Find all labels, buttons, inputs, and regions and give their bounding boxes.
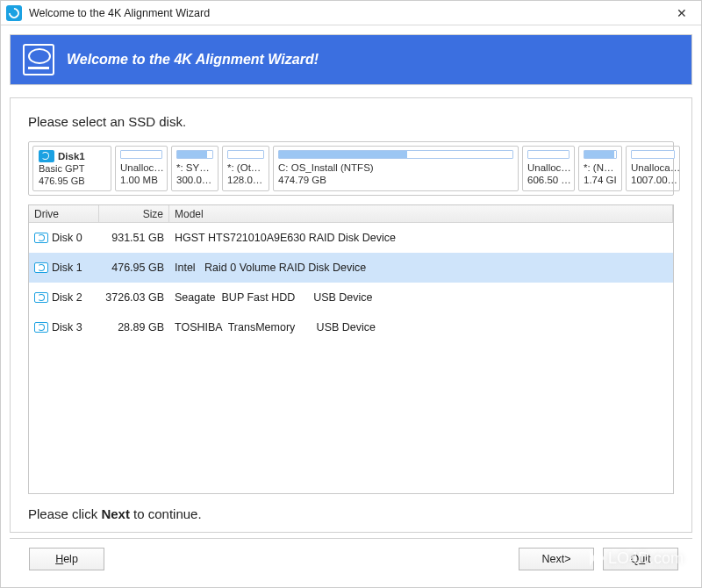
col-drive[interactable]: Drive bbox=[29, 205, 99, 222]
partition-block[interactable]: *: (N…1.74 GI bbox=[578, 146, 622, 191]
disk-icon bbox=[34, 322, 48, 333]
partition-size: 1007.00… bbox=[631, 174, 675, 186]
drive-name: Disk 1 bbox=[52, 262, 82, 274]
drive-model: Seagate BUP Fast HDD USB Device bbox=[169, 291, 673, 304]
disk-icon bbox=[34, 292, 48, 303]
partition-size: 300.0… bbox=[176, 174, 213, 186]
drive-size: 476.95 GB bbox=[99, 262, 169, 274]
wizard-icon bbox=[23, 44, 54, 75]
partition-label: Unalloc… bbox=[527, 161, 569, 174]
close-button[interactable]: ✕ bbox=[666, 2, 698, 25]
partition-size: 128.0… bbox=[227, 174, 264, 186]
drive-model: Intel Raid 0 Volume RAID Disk Device bbox=[169, 262, 673, 274]
window-title: Welcome to the 4K Alignment Wizard bbox=[29, 7, 666, 19]
disk-icon bbox=[34, 262, 48, 273]
partition-label: Unalloca… bbox=[631, 161, 675, 174]
partition-block[interactable]: *: (Ot…128.0… bbox=[222, 146, 269, 191]
drive-row[interactable]: Disk 0931.51 GBHGST HTS721010A9E630 RAID… bbox=[29, 223, 673, 253]
disk-icon bbox=[39, 150, 54, 162]
partition-size: 474.79 GB bbox=[278, 174, 513, 186]
partition-label: Unalloc… bbox=[120, 161, 162, 174]
drive-table-header: Drive Size Model bbox=[29, 205, 673, 223]
col-model[interactable]: Model bbox=[169, 205, 673, 222]
drive-table: Drive Size Model Disk 0931.51 GBHGST HTS… bbox=[28, 204, 674, 494]
partition-size: 606.50 … bbox=[527, 174, 569, 186]
drive-name: Disk 2 bbox=[52, 291, 82, 304]
next-button[interactable]: Next> bbox=[519, 548, 594, 570]
partition-label: *: (Ot… bbox=[227, 161, 264, 174]
help-button[interactable]: Help bbox=[29, 548, 104, 570]
drive-model: HGST HTS721010A9E630 RAID Disk Device bbox=[169, 232, 673, 244]
drive-model: TOSHIBA TransMemory USB Device bbox=[169, 321, 673, 333]
partition-size: 1.74 GI bbox=[584, 174, 617, 186]
drive-size: 931.51 GB bbox=[99, 232, 169, 244]
drive-name: Disk 0 bbox=[52, 232, 82, 244]
titlebar: Welcome to the 4K Alignment Wizard ✕ bbox=[1, 1, 701, 25]
disk-head-size: 476.95 GB bbox=[39, 175, 105, 187]
partition-label: C: OS_Install (NTFS) bbox=[278, 161, 513, 174]
wizard-banner-title: Welcome to the 4K Alignment Wizard! bbox=[67, 52, 319, 68]
drive-name: Disk 3 bbox=[52, 321, 82, 333]
disk-icon bbox=[34, 233, 48, 243]
partition-label: *: (N… bbox=[584, 161, 617, 174]
partition-block[interactable]: *: SY…300.0… bbox=[171, 146, 218, 191]
partition-label: *: SY… bbox=[176, 161, 213, 174]
drive-row[interactable]: Disk 1476.95 GBIntel Raid 0 Volume RAID … bbox=[29, 253, 673, 283]
partition-block[interactable]: Unalloc…606.50 … bbox=[522, 146, 575, 191]
drive-row[interactable]: Disk 328.89 GBTOSHIBA TransMemory USB De… bbox=[29, 312, 673, 342]
disk-head[interactable]: Disk1 Basic GPT 476.95 GB bbox=[32, 146, 111, 191]
drive-size: 3726.03 GB bbox=[99, 291, 169, 304]
disk-layout-strip: Disk1 Basic GPT 476.95 GB Unalloc…1.00 M… bbox=[28, 141, 674, 196]
disk-head-name: Disk1 bbox=[58, 150, 85, 162]
hint-text: Please click Next to continue. bbox=[28, 506, 674, 521]
quit-button[interactable]: Quit bbox=[603, 548, 678, 570]
instruction-text: Please select an SSD disk. bbox=[28, 114, 674, 129]
drive-row[interactable]: Disk 23726.03 GBSeagate BUP Fast HDD USB… bbox=[29, 283, 673, 312]
col-size[interactable]: Size bbox=[99, 205, 169, 222]
partition-block[interactable]: C: OS_Install (NTFS)474.79 GB bbox=[273, 146, 519, 191]
app-icon bbox=[6, 5, 22, 21]
wizard-banner: Welcome to the 4K Alignment Wizard! bbox=[11, 35, 691, 84]
partition-block[interactable]: Unalloc…1.00 MB bbox=[115, 146, 168, 191]
drive-size: 28.89 GB bbox=[99, 321, 169, 333]
partition-block[interactable]: Unalloca…1007.00… bbox=[626, 146, 680, 191]
button-bar: Help Next> Quit bbox=[10, 538, 692, 579]
disk-head-type: Basic GPT bbox=[39, 162, 105, 175]
partition-size: 1.00 MB bbox=[120, 174, 162, 186]
